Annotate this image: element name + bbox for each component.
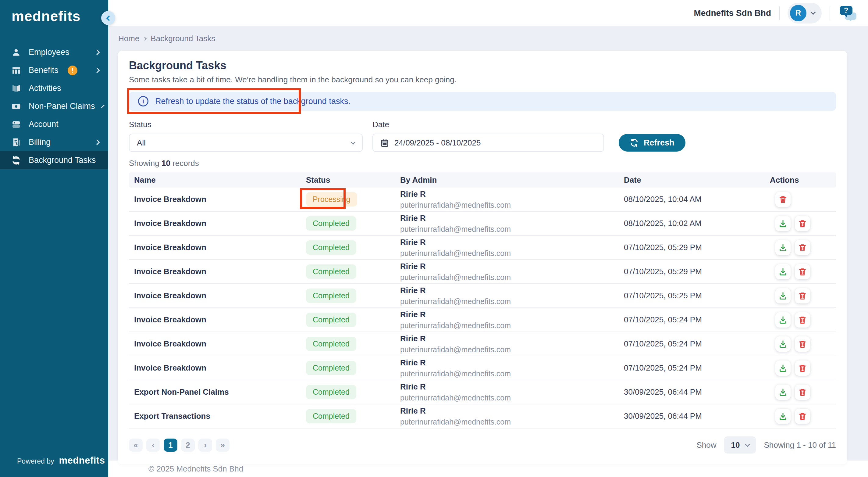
trash-icon (798, 340, 807, 348)
delete-button[interactable] (795, 240, 810, 255)
sidebar-item-billing[interactable]: $ Billing (0, 133, 108, 151)
delete-button[interactable] (795, 360, 810, 376)
task-date: 08/10/2025, 10:04 AM (624, 195, 770, 204)
sidebar-item-non-panel-claims[interactable]: Non-Panel Claims (0, 97, 108, 115)
pagination-controls: « ‹ 1 2 › » (129, 439, 229, 452)
sidebar-item-account[interactable]: Account (0, 115, 108, 133)
delete-button[interactable] (795, 264, 810, 279)
refresh-button-label: Refresh (644, 138, 675, 148)
sidebar-footer: Powered by mednefits (0, 455, 108, 477)
task-admin-cell: Ririe R puterinurrafidah@mednefits.com (400, 262, 624, 282)
download-button[interactable] (775, 385, 790, 400)
task-date: 07/10/2025, 05:29 PM (624, 267, 770, 276)
task-actions-cell (770, 360, 836, 376)
column-header-status: Status (306, 175, 400, 185)
delete-button[interactable] (795, 216, 810, 231)
task-name: Invoice Breakdown (134, 243, 306, 252)
trash-icon (798, 316, 807, 324)
avatar: R (790, 5, 806, 21)
background-tasks-icon (11, 155, 21, 166)
sidebar-item-label: Non-Panel Claims (29, 101, 95, 111)
task-actions-cell (770, 336, 836, 352)
chevron-right-icon (94, 50, 100, 55)
task-actions-cell (770, 264, 836, 279)
breadcrumb: Home Background Tasks (108, 26, 868, 49)
svg-text:$: $ (16, 142, 18, 146)
download-button[interactable] (775, 409, 790, 424)
pagination-last-button[interactable]: » (216, 439, 229, 452)
pagination-page-2-button[interactable]: 2 (181, 439, 195, 452)
task-name: Invoice Breakdown (134, 315, 306, 325)
sidebar-item-benefits[interactable]: Benefits ! (0, 61, 108, 79)
sidebar-item-activities[interactable]: Activities (0, 79, 108, 97)
download-button[interactable] (775, 240, 790, 255)
delete-button[interactable] (795, 336, 810, 352)
download-button[interactable] (775, 264, 790, 279)
breadcrumb-home[interactable]: Home (118, 34, 139, 43)
filters-bar: Status All Date 24/09/2025 - 08/10/2025 (129, 120, 836, 152)
table-row: Invoice Breakdown Completed Ririe R pute… (129, 212, 836, 236)
task-name: Invoice Breakdown (134, 219, 306, 228)
topbar-divider (779, 6, 780, 20)
task-admin-cell: Ririe R puterinurrafidah@mednefits.com (400, 334, 624, 354)
status-badge: Completed (306, 337, 356, 351)
sidebar-item-background-tasks[interactable]: Background Tasks (0, 151, 108, 169)
sidebar-item-label: Benefits (29, 66, 59, 75)
status-badge: Completed (306, 385, 356, 399)
refresh-button[interactable]: Refresh (619, 134, 685, 152)
download-button[interactable] (775, 312, 790, 328)
status-badge: Completed (306, 409, 356, 423)
delete-button[interactable] (795, 385, 810, 400)
delete-button[interactable] (775, 192, 790, 207)
task-actions-cell (770, 192, 836, 207)
delete-button[interactable] (795, 288, 810, 303)
download-button[interactable] (775, 288, 790, 303)
pagination-page-1-button[interactable]: 1 (164, 439, 177, 452)
admin-email: puterinurrafidah@mednefits.com (400, 225, 624, 234)
pagination-next-button[interactable]: › (198, 439, 212, 452)
sidebar-item-label: Background Tasks (29, 155, 96, 165)
download-icon (779, 316, 787, 324)
help-button[interactable]: ? (838, 4, 858, 22)
sidebar-item-label: Account (29, 120, 59, 129)
admin-email: puterinurrafidah@mednefits.com (400, 273, 624, 282)
calendar-icon (380, 139, 389, 147)
pagination-bar: « ‹ 1 2 › » Show 10 Showing 1 - 10 of 1 (129, 437, 836, 453)
background-tasks-card: Background Tasks Some tasks take a bit o… (118, 51, 847, 465)
delete-button[interactable] (795, 409, 810, 424)
task-admin-cell: Ririe R puterinurrafidah@mednefits.com (400, 189, 624, 210)
delete-button[interactable] (795, 312, 810, 328)
admin-name: Ririe R (400, 406, 624, 416)
status-filter-select[interactable]: All (129, 133, 363, 152)
chevron-down-icon (745, 442, 750, 447)
status-badge: Processing (306, 192, 357, 207)
pagination-first-button[interactable]: « (129, 439, 143, 452)
column-header-actions: Actions (770, 175, 836, 185)
admin-name: Ririe R (400, 358, 624, 367)
table-row: Export Transactions Completed Ririe R pu… (129, 405, 836, 428)
main-area: Mednefits Sdn Bhd R ? Home Background Ta… (108, 0, 868, 477)
task-name: Export Transactions (134, 411, 306, 421)
task-admin-cell: Ririe R puterinurrafidah@mednefits.com (400, 238, 624, 258)
task-date: 07/10/2025, 05:24 PM (624, 339, 770, 349)
task-admin-cell: Ririe R puterinurrafidah@mednefits.com (400, 382, 624, 402)
admin-email: puterinurrafidah@mednefits.com (400, 345, 624, 354)
admin-name: Ririe R (400, 262, 624, 271)
download-button[interactable] (775, 336, 790, 352)
chevron-down-icon (351, 140, 356, 145)
download-button[interactable] (775, 360, 790, 376)
pagination-prev-button[interactable]: ‹ (146, 439, 160, 452)
benefits-alert-badge: ! (68, 66, 78, 75)
status-filter-value: All (137, 138, 146, 148)
breadcrumb-current: Background Tasks (151, 34, 215, 43)
sidebar-item-employees[interactable]: Employees (0, 43, 108, 61)
task-date: 07/10/2025, 05:29 PM (624, 243, 770, 252)
page-size-select[interactable]: 10 (724, 437, 756, 453)
trash-icon (798, 219, 807, 228)
benefits-icon (11, 65, 21, 76)
date-range-input[interactable]: 24/09/2025 - 08/10/2025 (372, 133, 604, 152)
account-menu-button[interactable]: R (787, 3, 822, 24)
download-button[interactable] (775, 216, 790, 231)
sidebar-collapse-button[interactable] (101, 11, 115, 25)
mednefits-logo: mednefits (0, 0, 108, 24)
